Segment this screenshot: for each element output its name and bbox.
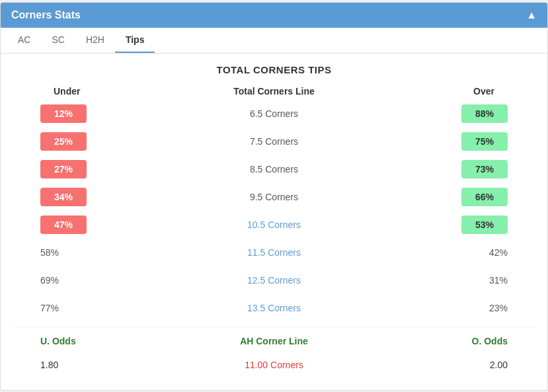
tab-ac[interactable]: AC: [7, 28, 41, 53]
over-cell: 23%: [361, 303, 534, 313]
over-odds-value: 2.00: [361, 360, 534, 370]
column-headers: Under Total Corners Line Over: [14, 86, 534, 97]
line-cell: 12.5 Corners: [187, 275, 360, 286]
card-header: Corners Stats ▲: [1, 3, 547, 28]
tips-content: TOTAL CORNERS TIPS Under Total Corners L…: [1, 54, 547, 390]
over-value: 23%: [489, 303, 508, 313]
under-cell: 77%: [14, 303, 187, 313]
under-badge: 27%: [40, 160, 87, 178]
data-rows: 12% 6.5 Corners 88% 25% 7.5 Corners: [14, 102, 534, 320]
under-value: 58%: [40, 247, 59, 258]
over-cell: 66%: [361, 188, 534, 206]
under-cell: 69%: [14, 275, 187, 286]
over-cell: 53%: [361, 216, 534, 234]
table-row: 69% 12.5 Corners 31%: [14, 268, 534, 292]
over-cell: 42%: [361, 247, 534, 258]
over-cell: 75%: [361, 132, 534, 151]
over-value: 42%: [489, 247, 508, 258]
table-row: 12% 6.5 Corners 88%: [14, 102, 534, 126]
under-cell: 27%: [14, 160, 187, 178]
under-cell: 12%: [14, 104, 187, 123]
line-value: 6.5 Corners: [250, 108, 298, 119]
table-row: 77% 13.5 Corners 23%: [14, 296, 534, 320]
under-column-header: Under: [14, 86, 187, 97]
line-column-header: Total Corners Line: [187, 86, 360, 97]
section-title: TOTAL CORNERS TIPS: [14, 64, 534, 75]
line-value[interactable]: 11.5 Corners: [247, 247, 301, 258]
under-badge: 25%: [40, 132, 87, 151]
line-cell: 7.5 Corners: [187, 136, 360, 147]
line-value: 9.5 Corners: [250, 192, 298, 202]
table-row: 34% 9.5 Corners 66%: [14, 185, 534, 209]
card-title: Corners Stats: [11, 9, 81, 21]
over-badge: 73%: [461, 160, 508, 178]
corners-table: Under Total Corners Line Over 12% 6.5 Co…: [14, 86, 534, 377]
tab-sc[interactable]: SC: [41, 28, 75, 53]
table-row: 25% 7.5 Corners 75%: [14, 130, 534, 153]
over-odds-label: O. Odds: [361, 336, 534, 346]
over-value: 31%: [489, 275, 508, 286]
over-cell: 88%: [361, 104, 534, 123]
under-odds-label: U. Odds: [14, 336, 187, 346]
line-value: 8.5 Corners: [250, 164, 298, 175]
line-cell: 10.5 Corners: [187, 219, 360, 230]
line-cell: 6.5 Corners: [187, 108, 360, 119]
under-cell: 58%: [14, 247, 187, 258]
ah-corner-line-value[interactable]: 11.00 Corners: [187, 360, 360, 370]
line-value[interactable]: 13.5 Corners: [247, 303, 301, 313]
under-cell: 25%: [14, 132, 187, 151]
ah-corner-line-label: AH Corner Line: [187, 336, 360, 346]
over-cell: 31%: [361, 275, 534, 286]
over-badge: 75%: [461, 132, 508, 151]
table-row: 47% 10.5 Corners 53%: [14, 213, 534, 237]
table-row: 58% 11.5 Corners 42%: [14, 241, 534, 264]
under-value: 77%: [40, 303, 59, 313]
corners-stats-card: Corners Stats ▲ AC SC H2H Tips TOTAL COR…: [0, 2, 548, 391]
line-cell: 11.5 Corners: [187, 247, 360, 258]
line-cell: 13.5 Corners: [187, 303, 360, 313]
table-row: 27% 8.5 Corners 73%: [14, 157, 534, 181]
line-cell: 9.5 Corners: [187, 192, 360, 202]
over-badge: 88%: [461, 104, 508, 123]
under-cell: 47%: [14, 216, 187, 234]
over-badge: 53%: [461, 216, 508, 234]
under-cell: 34%: [14, 188, 187, 206]
tab-tips[interactable]: Tips: [115, 28, 155, 53]
under-badge: 34%: [40, 188, 87, 206]
line-cell: 8.5 Corners: [187, 164, 360, 175]
line-value[interactable]: 10.5 Corners: [247, 219, 301, 230]
under-odds-value: 1.80: [14, 360, 187, 370]
collapse-icon[interactable]: ▲: [526, 9, 537, 21]
over-column-header: Over: [361, 86, 534, 97]
tabs-bar: AC SC H2H Tips: [1, 28, 547, 54]
line-value[interactable]: 12.5 Corners: [247, 275, 301, 286]
over-cell: 73%: [361, 160, 534, 178]
odds-values-row: 1.80 11.00 Corners 2.00: [14, 353, 534, 377]
over-badge: 66%: [461, 188, 508, 206]
under-badge: 47%: [40, 216, 87, 234]
under-value: 69%: [40, 275, 59, 286]
under-badge: 12%: [40, 104, 87, 123]
odds-header-row: U. Odds AH Corner Line O. Odds: [14, 327, 534, 353]
tab-h2h[interactable]: H2H: [75, 28, 115, 53]
line-value: 7.5 Corners: [250, 136, 298, 147]
